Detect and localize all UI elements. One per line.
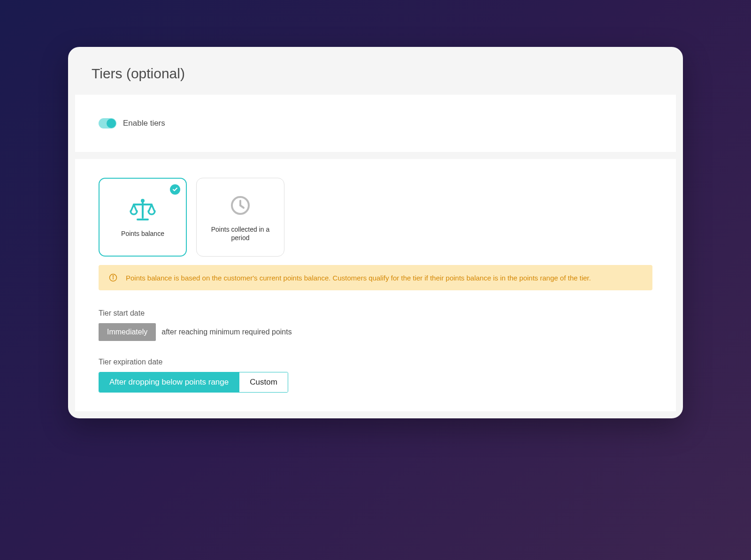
- toggle-knob: [107, 119, 116, 128]
- enable-tiers-row: Enable tiers: [99, 118, 652, 129]
- check-icon: [170, 184, 180, 195]
- page-title: Tiers (optional): [92, 66, 659, 82]
- expiration-segmented: After dropping below points range Custom: [99, 372, 288, 393]
- option-points-period[interactable]: Points collected in a period: [196, 178, 284, 257]
- enable-panel: Enable tiers: [75, 95, 676, 152]
- info-banner: Points balance is based on the customer'…: [99, 265, 652, 290]
- option-points-balance[interactable]: Points balance: [99, 178, 187, 257]
- option-points-balance-label: Points balance: [121, 229, 164, 238]
- expiration-after-dropping-button[interactable]: After dropping below points range: [99, 372, 239, 392]
- tiers-card: Tiers (optional) Enable tiers: [68, 47, 683, 418]
- card-header: Tiers (optional): [68, 47, 683, 95]
- tier-start-date-group: Tier start date Immediately after reachi…: [99, 309, 652, 341]
- tier-basis-options: Points balance Points collected in a per…: [99, 178, 652, 257]
- clock-icon: [230, 192, 251, 219]
- immediately-button[interactable]: Immediately: [99, 323, 156, 341]
- option-points-period-label: Points collected in a period: [202, 225, 278, 242]
- svg-point-9: [113, 276, 114, 277]
- info-text: Points balance is based on the customer'…: [126, 274, 591, 282]
- expiration-custom-button[interactable]: Custom: [239, 372, 288, 392]
- svg-line-6: [240, 205, 244, 208]
- tier-expiration-label: Tier expiration date: [99, 358, 652, 366]
- svg-point-1: [141, 199, 145, 203]
- tier-start-date-label: Tier start date: [99, 309, 652, 318]
- tier-start-date-row: Immediately after reaching minimum requi…: [99, 323, 652, 341]
- start-date-suffix: after reaching minimum required points: [161, 328, 291, 336]
- config-panel: Points balance Points collected in a per…: [75, 159, 676, 411]
- enable-tiers-label: Enable tiers: [123, 119, 165, 128]
- enable-tiers-toggle[interactable]: [99, 118, 116, 129]
- scales-icon: [129, 197, 156, 223]
- tier-expiration-group: Tier expiration date After dropping belo…: [99, 358, 652, 393]
- info-icon: [109, 273, 117, 282]
